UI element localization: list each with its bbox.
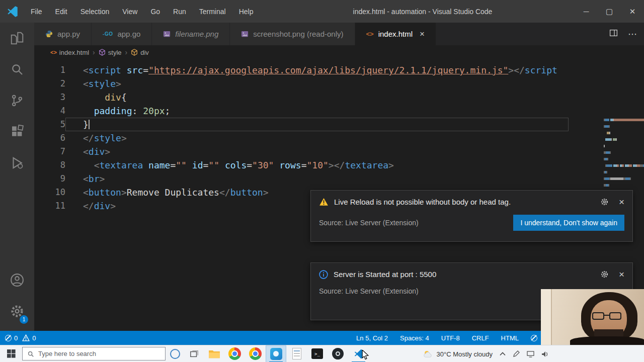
line-number: 2 bbox=[34, 77, 65, 90]
symbol-element-icon bbox=[131, 49, 138, 56]
menu-help[interactable]: Help bbox=[232, 0, 260, 23]
code-line[interactable]: 4 padding: 20px; bbox=[34, 104, 569, 118]
line-number: 1 bbox=[34, 63, 65, 77]
code-line[interactable]: 9<br> bbox=[34, 172, 569, 186]
taskbar-search-input[interactable]: Type here to search bbox=[22, 347, 166, 360]
line-content: <br> bbox=[65, 172, 569, 186]
start-button[interactable] bbox=[0, 345, 22, 362]
explorer-icon[interactable] bbox=[0, 23, 34, 54]
task-view-icon[interactable] bbox=[185, 345, 204, 362]
problems-indicator[interactable]: 0 0 bbox=[5, 334, 36, 342]
menu-run[interactable]: Run bbox=[167, 0, 193, 23]
menu-selection[interactable]: Selection bbox=[74, 0, 116, 23]
minimap-line bbox=[604, 119, 644, 121]
close-button[interactable]: ✕ bbox=[621, 0, 644, 23]
minimap-line bbox=[604, 151, 644, 154]
run-debug-icon[interactable] bbox=[0, 147, 34, 178]
tab-app-py[interactable]: app.py bbox=[34, 23, 92, 45]
source-control-icon[interactable] bbox=[0, 85, 34, 116]
extensions-icon[interactable] bbox=[0, 116, 34, 147]
file-explorer-icon[interactable] bbox=[204, 345, 224, 362]
language-mode[interactable]: HTML bbox=[501, 334, 519, 342]
notepad-icon[interactable] bbox=[286, 345, 307, 362]
breadcrumb-file[interactable]: <> index.html bbox=[50, 49, 89, 56]
minimap-line bbox=[604, 125, 644, 128]
account-icon[interactable] bbox=[0, 264, 34, 296]
line-number: 10 bbox=[34, 186, 65, 199]
menu-terminal[interactable]: Terminal bbox=[193, 0, 232, 23]
gear-icon[interactable] bbox=[600, 270, 609, 279]
eol-sequence[interactable]: CRLF bbox=[472, 334, 489, 342]
encoding[interactable]: UTF-8 bbox=[441, 334, 460, 342]
tab-label: filename.png bbox=[175, 30, 218, 38]
webcam-person-glasses bbox=[604, 315, 609, 316]
close-icon[interactable]: × bbox=[619, 197, 624, 207]
understand-dont-show-button[interactable]: I understand, Don't show again bbox=[513, 215, 624, 231]
line-number: 11 bbox=[34, 199, 65, 213]
menu-edit[interactable]: Edit bbox=[49, 0, 74, 23]
warnings-count: 0 bbox=[32, 334, 36, 342]
notification-live-reload: Live Reload is not possible without body… bbox=[310, 190, 633, 242]
chrome-icon-2[interactable] bbox=[245, 345, 266, 362]
pen-tray-icon[interactable] bbox=[513, 350, 520, 357]
line-number: 5 bbox=[34, 118, 65, 131]
obs-icon[interactable] bbox=[328, 345, 348, 362]
menu-go[interactable]: Go bbox=[144, 0, 167, 23]
tab-screenshot-png[interactable]: screenshot.png (read-only) bbox=[230, 23, 355, 45]
go-live-icon[interactable] bbox=[531, 335, 537, 341]
line-number: 7 bbox=[34, 145, 65, 158]
indentation[interactable]: Spaces: 4 bbox=[400, 334, 429, 342]
vscode-logo-icon bbox=[6, 5, 19, 18]
display-tray-icon[interactable] bbox=[527, 351, 534, 357]
weather-icon bbox=[423, 350, 433, 358]
code-line[interactable]: 8 <textarea name="" id="" cols="30" rows… bbox=[34, 158, 569, 172]
code-line[interactable]: 3 div{ bbox=[34, 90, 569, 104]
tab-filename-png[interactable]: filename.png bbox=[152, 23, 230, 45]
breadcrumb: <> index.html › style › div bbox=[34, 45, 644, 59]
html-icon: <> bbox=[366, 30, 374, 38]
more-actions-icon[interactable]: ⋯ bbox=[628, 29, 637, 40]
screen-capture-icon[interactable] bbox=[266, 345, 286, 362]
line-number: 9 bbox=[34, 172, 65, 186]
split-editor-icon[interactable] bbox=[609, 29, 618, 39]
minimap-line bbox=[604, 184, 644, 187]
minimap-line bbox=[604, 132, 644, 134]
chrome-icon[interactable] bbox=[224, 345, 245, 362]
symbol-cube-icon bbox=[99, 49, 106, 56]
breadcrumb-label: div bbox=[140, 49, 149, 56]
minimap-line bbox=[604, 145, 644, 147]
line-content: <div> bbox=[65, 145, 569, 158]
tab-app-go[interactable]: -GO app.go bbox=[92, 23, 152, 45]
breadcrumb-style[interactable]: style bbox=[99, 49, 122, 56]
settings-badge: 1 bbox=[20, 315, 28, 324]
code-line[interactable]: 6</style> bbox=[34, 131, 569, 145]
code-line[interactable]: 7<div> bbox=[34, 145, 569, 158]
gear-icon[interactable] bbox=[600, 198, 609, 206]
line-content: padding: 20px; bbox=[65, 104, 569, 118]
tab-label: app.go bbox=[117, 30, 140, 38]
line-content: <script src="https://ajax.googleapis.com… bbox=[65, 63, 569, 77]
code-line[interactable]: 5} bbox=[34, 118, 569, 131]
breadcrumb-div[interactable]: div bbox=[131, 49, 149, 56]
minimize-button[interactable]: ─ bbox=[575, 0, 598, 23]
volume-tray-icon[interactable] bbox=[541, 351, 548, 357]
chevron-up-icon[interactable] bbox=[500, 352, 506, 356]
html-icon: <> bbox=[50, 49, 57, 55]
code-line[interactable]: 2<style> bbox=[34, 77, 569, 90]
command-prompt-icon[interactable]: >_ bbox=[307, 345, 328, 362]
go-icon: -GO bbox=[103, 31, 113, 37]
search-icon[interactable] bbox=[0, 54, 34, 85]
tab-close-icon[interactable]: × bbox=[420, 30, 425, 38]
cursor-position[interactable]: Ln 5, Col 2 bbox=[356, 334, 388, 342]
line-content: } bbox=[65, 118, 569, 131]
maximize-button[interactable]: ▢ bbox=[598, 0, 621, 23]
settings-gear-icon[interactable]: 1 bbox=[0, 296, 34, 327]
menu-view[interactable]: View bbox=[116, 0, 144, 23]
cortana-icon[interactable] bbox=[166, 345, 185, 362]
menu-file[interactable]: File bbox=[24, 0, 49, 23]
close-icon[interactable]: × bbox=[619, 269, 624, 279]
warnings-icon bbox=[22, 334, 30, 341]
weather-widget[interactable]: 30°C Mostly cloudy bbox=[423, 350, 493, 358]
tab-index-html[interactable]: <> index.html × bbox=[355, 23, 437, 45]
code-line[interactable]: 1<script src="https://ajax.googleapis.co… bbox=[34, 63, 569, 77]
